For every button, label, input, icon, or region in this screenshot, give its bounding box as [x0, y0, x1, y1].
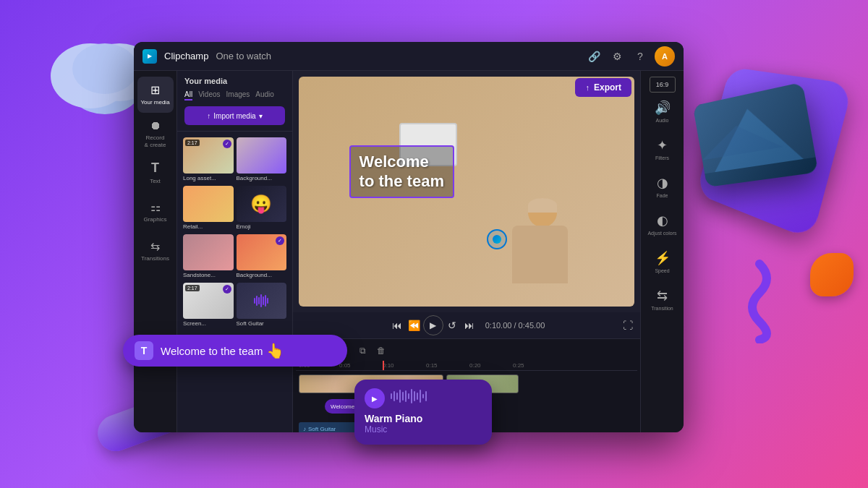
timeline-ruler: 0:00 0:05 0:10 0:15 0:20 0:25 — [296, 361, 637, 371]
import-up-icon: ↑ — [207, 112, 210, 120]
right-panel-colors[interactable]: ◐ Adjust colors — [644, 207, 681, 243]
nav-item-graphics[interactable]: ⚏ Graphics — [137, 194, 174, 230]
waveform-bar — [425, 391, 427, 401]
step-back-button[interactable]: ⏪ — [406, 317, 423, 334]
waveform-bar — [399, 390, 401, 403]
time-display: 0:10.00 / 0:45.00 — [485, 321, 545, 330]
music-note-icon: ♪ — [303, 426, 306, 432]
media-item[interactable]: Background... — [237, 137, 287, 183]
video-text-overlay[interactable]: Welcome to the team — [349, 145, 454, 198]
import-media-button[interactable]: ↑ Import media ▾ — [184, 106, 285, 125]
skip-forward-button[interactable]: ⏭ — [461, 317, 478, 334]
floating-music-card[interactable]: ▶ Warm Piano Music — [354, 380, 492, 445]
settings-icon[interactable]: ⚙ — [608, 48, 626, 65]
adjust-colors-icon: ◐ — [657, 213, 668, 228]
media-label: Background... — [237, 174, 287, 183]
media-item[interactable]: Sandstone... — [183, 234, 234, 280]
media-item[interactable]: 2:17 ✓ Long asset... — [183, 137, 234, 183]
media-thumb: 😛 — [237, 186, 287, 222]
export-button[interactable]: ↑ Export — [575, 78, 631, 97]
tab-audio[interactable]: Audio — [255, 90, 274, 100]
waveform — [391, 389, 427, 403]
music-card-subtitle: Music — [365, 424, 482, 435]
media-item[interactable]: 2:17 ✓ Screen... — [183, 283, 234, 328]
avatar[interactable]: A — [655, 46, 675, 67]
media-item[interactable]: Soft Guitar — [237, 283, 287, 328]
media-item[interactable]: 😛 Emoji — [237, 186, 287, 231]
floating-text-pill[interactable]: T Welcome to the team 👆 — [123, 335, 347, 367]
app-name: Clipchamp — [164, 51, 208, 61]
media-label: Retail... — [183, 222, 234, 231]
media-thumb — [237, 283, 287, 319]
playhead — [383, 361, 384, 370]
media-thumb — [237, 137, 287, 174]
import-dropdown-icon: ▾ — [259, 112, 263, 120]
media-duration: 2:17 — [185, 140, 200, 146]
welcome-text-line1: Welcome — [359, 153, 444, 171]
tab-videos[interactable]: Videos — [198, 90, 220, 100]
nav-label-transitions: Transitions — [141, 255, 169, 262]
welcome-text-line2: to the team — [359, 172, 444, 191]
ruler-label-25: 0:25 — [513, 362, 524, 369]
waveform-bar — [402, 392, 404, 401]
aspect-ratio-badge[interactable]: 16:9 — [650, 77, 676, 93]
nav-item-transitions[interactable]: ⇆ Transitions — [137, 233, 174, 269]
media-item[interactable]: Retail... — [183, 186, 234, 231]
media-check: ✓ — [223, 140, 231, 148]
copy-button[interactable]: ⧉ — [355, 343, 370, 358]
step-forward-button[interactable]: ↺ — [443, 317, 461, 334]
text-icon: T — [151, 160, 159, 176]
record-icon: ⏺ — [150, 119, 161, 132]
speed-icon: ⚡ — [655, 250, 671, 266]
fullscreen-button[interactable]: ⛶ — [623, 320, 633, 331]
right-panel-speed[interactable]: ⚡ Speed — [644, 244, 681, 281]
rp-filters-label: Filters — [655, 155, 669, 161]
cortana-inner — [493, 235, 501, 244]
ruler-label-15: 0:15 — [426, 362, 438, 369]
app-window: ▶ Clipchamp One to watch 🔗 ⚙ ? A ⊞ Your … — [134, 42, 684, 432]
media-duration: 2:17 — [185, 285, 200, 291]
right-panel-audio[interactable]: 🔊 Audio — [644, 94, 681, 130]
media-item[interactable]: ✓ Background... — [237, 234, 287, 280]
right-panel-transition[interactable]: ⇆ Transition — [644, 282, 681, 318]
main-layout: ⊞ Your media ⏺ Record& create T Text ⚏ G… — [134, 71, 684, 432]
skip-back-button[interactable]: ⏮ — [388, 317, 406, 334]
svg-rect-0 — [693, 82, 819, 187]
help-icon[interactable]: ? — [631, 48, 649, 65]
tab-images[interactable]: Images — [226, 90, 250, 100]
nav-label-media: Your media — [140, 99, 169, 106]
right-panel-filters[interactable]: ✦ Filters — [644, 132, 681, 168]
nav-label-graphics: Graphics — [143, 216, 166, 223]
play-button[interactable]: ▶ — [423, 315, 443, 335]
cortana-circle — [487, 229, 507, 249]
nav-item-text[interactable]: T Text — [137, 155, 174, 191]
project-name: One to watch — [216, 51, 271, 61]
rp-colors-label: Adjust colors — [647, 231, 676, 236]
text-pill-icon: T — [135, 341, 153, 360]
media-label: Long asset... — [183, 174, 234, 183]
waveform-bar — [391, 393, 392, 399]
svg-marker-2 — [697, 118, 783, 160]
media-label: Soft Guitar — [237, 319, 287, 328]
transition-icon: ⇆ — [657, 288, 668, 304]
rp-audio-label: Audio — [656, 118, 669, 124]
video-controls-wrap: ⏮ ⏪ ▶ ↺ ⏭ 0:10.00 / 0:45.00 ⛶ — [293, 312, 640, 338]
media-label: Screen... — [183, 319, 234, 328]
orange-blob — [810, 253, 854, 296]
media-thumb: 2:17 ✓ — [183, 137, 234, 174]
media-label: Background... — [237, 270, 287, 280]
waveform-bar — [422, 394, 424, 398]
nav-item-record[interactable]: ⏺ Record& create — [137, 116, 174, 152]
audio-clip-label: Soft Guitar — [308, 426, 336, 432]
waveform-bar — [417, 393, 418, 400]
purple-squiggle — [738, 257, 781, 343]
right-panel-fade[interactable]: ◑ Fade — [644, 169, 681, 205]
music-play-button[interactable]: ▶ — [365, 388, 385, 408]
media-thumb: ✓ — [237, 234, 287, 270]
tab-all[interactable]: All — [184, 90, 192, 100]
delete-button[interactable]: 🗑 — [374, 343, 388, 358]
share-icon[interactable]: 🔗 — [585, 48, 603, 65]
left-nav: ⊞ Your media ⏺ Record& create T Text ⚏ G… — [134, 71, 177, 432]
nav-item-media[interactable]: ⊞ Your media — [137, 77, 174, 113]
ruler-label-20: 0:20 — [469, 362, 481, 369]
